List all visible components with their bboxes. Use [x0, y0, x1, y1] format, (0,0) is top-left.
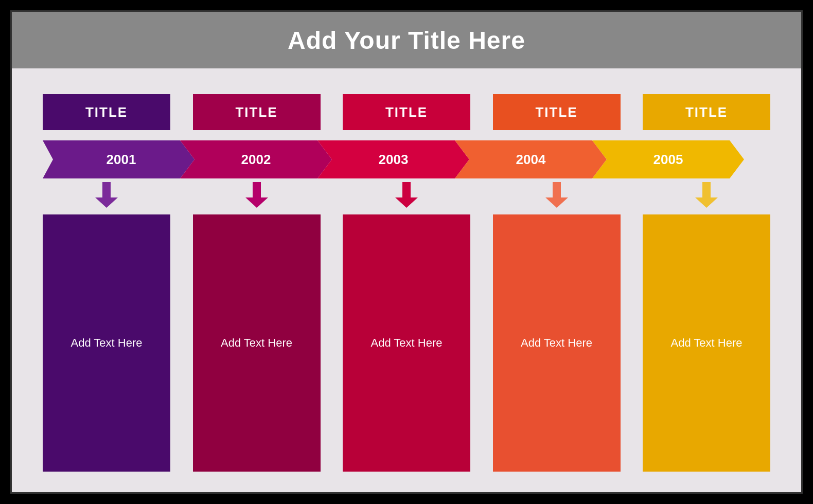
timeline-arrow-4: 2004	[455, 140, 607, 178]
year-label-3: 2003	[379, 152, 409, 168]
year-label-1: 2001	[101, 152, 136, 168]
year-label-5: 2005	[653, 152, 683, 168]
connector-row	[43, 178, 770, 209]
title-box-2[interactable]: TITLE	[193, 94, 321, 130]
svg-marker-1	[245, 182, 268, 208]
content-area: TITLE TITLE TITLE TITLE TITLE 2001 2002	[12, 68, 801, 492]
timeline-row: 2001 2002 2003 2004 2005	[43, 140, 770, 178]
year-label-4: 2004	[516, 152, 546, 168]
text-box-5[interactable]: Add Text Here	[643, 214, 770, 472]
text-box-2[interactable]: Add Text Here	[193, 214, 321, 472]
connector-arrow-4	[493, 181, 621, 209]
connector-arrow-1	[43, 181, 170, 209]
connector-arrow-5	[643, 181, 770, 209]
year-label-2: 2002	[241, 152, 271, 168]
text-box-1[interactable]: Add Text Here	[43, 214, 170, 472]
title-box-3[interactable]: TITLE	[343, 94, 470, 130]
text-box-4[interactable]: Add Text Here	[493, 214, 621, 472]
title-row: TITLE TITLE TITLE TITLE TITLE	[43, 94, 770, 130]
connector-arrow-3	[343, 181, 470, 209]
text-boxes-row: Add Text Here Add Text Here Add Text Her…	[43, 214, 770, 472]
title-box-5[interactable]: TITLE	[643, 94, 770, 130]
text-box-3[interactable]: Add Text Here	[343, 214, 470, 472]
svg-marker-3	[545, 182, 568, 208]
timeline-arrow-3: 2003	[317, 140, 469, 178]
svg-marker-0	[95, 182, 118, 208]
timeline-arrow-1: 2001	[43, 140, 195, 178]
title-box-1[interactable]: TITLE	[43, 94, 170, 130]
header: Add Your Title Here	[12, 12, 801, 68]
timeline-arrow-2: 2002	[180, 140, 332, 178]
svg-marker-2	[395, 182, 418, 208]
timeline-arrow-5: 2005	[592, 140, 744, 178]
svg-marker-4	[695, 182, 718, 208]
slide: Add Your Title Here TITLE TITLE TITLE TI…	[10, 10, 803, 494]
slide-title[interactable]: Add Your Title Here	[288, 26, 525, 55]
connector-arrow-2	[193, 181, 321, 209]
title-box-4[interactable]: TITLE	[493, 94, 621, 130]
